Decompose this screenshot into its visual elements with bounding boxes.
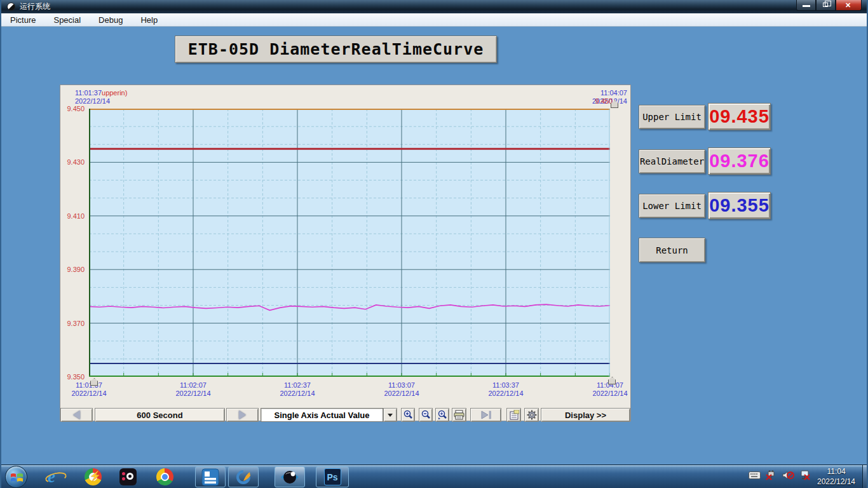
zoom-out-icon <box>421 410 431 420</box>
lower-limit-label-button[interactable]: Lower Limit <box>639 194 705 218</box>
x-tick-label: 11:02:072022/12/14 <box>168 381 219 398</box>
gear-icon <box>527 410 537 420</box>
zoom-in-icon <box>403 410 413 420</box>
zoom-reset-button[interactable] <box>435 408 449 422</box>
x-tick-label: 11:01:372022/12/14 <box>64 381 114 398</box>
hardware-disconnected-tray-icon[interactable] <box>766 470 777 480</box>
app-icon <box>7 3 15 11</box>
taskbar-chrome-icon[interactable] <box>154 467 175 487</box>
menu-debug[interactable]: Debug <box>90 13 132 26</box>
menu-help[interactable]: Help <box>132 13 166 26</box>
play-pause-icon <box>480 410 492 420</box>
scada-app-icon <box>201 468 219 486</box>
taskbar-clock[interactable]: 11:04 2022/12/14 <box>812 466 860 487</box>
window-titlebar: 运行系统 ✕ <box>1 0 867 13</box>
trend-chart-panel: 11:01:37upperin) 2022/12/14 11:04:07 202… <box>60 85 631 421</box>
system-tray <box>749 470 811 480</box>
taskbar-eye-app-button[interactable] <box>275 466 305 487</box>
y-tick-label: 9.350 <box>62 373 85 381</box>
menu-bar: Picture Special Debug Help <box>1 13 867 27</box>
axis-max-overlay: 9.450 <box>595 97 613 105</box>
scroll-forward-button[interactable] <box>226 408 259 422</box>
y-tick-label: 9.410 <box>62 212 85 220</box>
lower-limit-value: 09.355 <box>708 192 771 219</box>
taskbar-photoshop-button[interactable]: Ps <box>316 466 349 487</box>
printer-icon <box>454 410 465 420</box>
report-icon <box>509 410 519 420</box>
menu-picture[interactable]: Picture <box>1 13 44 26</box>
report-button[interactable] <box>506 408 521 422</box>
time-span-display[interactable]: 600 Second <box>95 408 225 422</box>
cursor-handle-bottom-left[interactable] <box>90 378 98 386</box>
start-button[interactable] <box>5 466 27 488</box>
plot-area[interactable] <box>89 109 610 377</box>
clock-time: 11:04 <box>812 466 860 477</box>
y-tick-label: 9.430 <box>62 158 85 166</box>
volume-muted-tray-icon[interactable] <box>782 470 794 480</box>
axis-mode-dropdown-button[interactable] <box>383 408 397 422</box>
taskbar-scada-app-button[interactable] <box>195 466 226 487</box>
upper-limit-value: 09.435 <box>708 103 771 130</box>
restore-button[interactable] <box>816 0 836 11</box>
chart-start-label: 11:01:37upperin) 2022/12/14 <box>75 89 127 105</box>
keyboard-tray-icon[interactable] <box>749 471 761 480</box>
settings-button[interactable] <box>524 408 539 422</box>
real-diameter-label-button[interactable]: RealDiameter <box>639 149 705 173</box>
menu-special[interactable]: Special <box>44 13 90 26</box>
show-desktop-button[interactable] <box>862 465 867 488</box>
minimize-button[interactable] <box>796 0 816 11</box>
zoom-in-button[interactable] <box>401 408 415 422</box>
zoom-reset-icon <box>437 410 447 420</box>
upper-limit-label-button[interactable]: Upper Limit <box>639 105 705 129</box>
taskbar-browser-bolt-icon[interactable]: ⚡ <box>82 467 104 487</box>
taskbar-ie-icon[interactable]: e <box>41 467 62 487</box>
y-tick-label: 9.370 <box>62 320 85 327</box>
network-disconnected-tray-icon[interactable] <box>799 470 811 480</box>
trend-plot <box>89 109 610 377</box>
taskbar-black-app-icon[interactable] <box>117 467 139 487</box>
display-more-button[interactable]: Display >> <box>541 408 630 422</box>
zoom-out-button[interactable] <box>419 408 433 422</box>
y-tick-label: 9.450 <box>62 105 85 112</box>
left-arrow-icon <box>73 410 80 419</box>
real-diameter-value: 09.376 <box>708 147 771 175</box>
return-button[interactable]: Return <box>639 238 705 262</box>
pause-resume-button[interactable] <box>470 408 501 422</box>
photoshop-icon: Ps <box>324 468 341 485</box>
x-tick-label: 11:03:072022/12/14 <box>376 381 427 398</box>
y-tick-label: 9.390 <box>62 266 85 273</box>
right-arrow-icon <box>239 410 246 419</box>
scroll-back-button[interactable] <box>60 408 93 422</box>
desktop: 运行系统 ✕ Picture Special Debug Help ETB-05… <box>0 0 868 488</box>
eye-app-icon <box>280 470 300 485</box>
print-button[interactable] <box>452 408 466 422</box>
chevron-down-icon <box>388 414 393 417</box>
window-title: 运行系统 <box>20 1 50 12</box>
cursor-handle-bottom-right[interactable] <box>608 377 616 384</box>
page-title: ETB-05D DiameterRealTimeCurve <box>175 36 497 63</box>
close-button[interactable]: ✕ <box>836 0 862 11</box>
windows-logo-icon <box>10 471 24 484</box>
axis-mode-select[interactable]: Single Axis Actual Value <box>261 408 383 422</box>
taskbar-gear-app-button[interactable] <box>228 466 259 487</box>
taskbar: e ⚡ Ps 11:04 2022/12/14 <box>1 464 867 488</box>
x-tick-label: 11:03:372022/12/14 <box>480 381 531 398</box>
x-tick-label: 11:02:372022/12/14 <box>272 381 323 398</box>
clock-date: 2022/12/14 <box>812 477 860 487</box>
gear-leaf-app-icon <box>234 468 252 486</box>
